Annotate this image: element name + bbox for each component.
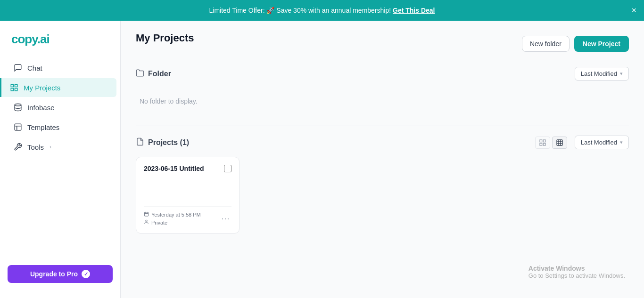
- project-name: 2023-06-15 Untitled: [144, 165, 204, 172]
- app-layout: copy.ai Chat My Projects Infobase Templa: [0, 21, 644, 298]
- folder-icon: [136, 69, 144, 79]
- upgrade-check-icon: ✓: [82, 270, 90, 278]
- header-actions: New folder New Project: [522, 36, 629, 52]
- svg-rect-2: [15, 89, 17, 91]
- folder-sort-dropdown[interactable]: Last Modified ▾: [575, 67, 629, 81]
- project-card-footer: Yesterday at 5:58 PM Private ⋯: [144, 206, 231, 226]
- infobase-label: Infobase: [27, 104, 55, 112]
- section-divider: [136, 126, 629, 126]
- upgrade-to-pro-button[interactable]: Upgrade to Pro ✓: [8, 265, 113, 283]
- project-card[interactable]: 2023-06-15 Untitled Yesterday at 5:58 PM: [136, 157, 239, 234]
- folder-empty-state: No folder to display.: [136, 86, 629, 116]
- tools-icon: [13, 142, 23, 152]
- templates-icon: [13, 122, 23, 132]
- banner-close-button[interactable]: ×: [631, 6, 636, 15]
- project-checkbox[interactable]: [224, 165, 231, 172]
- projects-sort-chevron-icon: ▾: [620, 139, 623, 145]
- logo: copy.ai: [0, 28, 120, 58]
- projects-controls: Last Modified ▾: [535, 136, 629, 149]
- project-more-button[interactable]: ⋯: [219, 212, 231, 225]
- projects-section-header: Projects (1) Last Modified ▾: [136, 136, 629, 149]
- tools-chevron-icon: ›: [50, 144, 51, 150]
- templates-label: Templates: [27, 123, 59, 131]
- folder-sort-label: Last Modified: [581, 70, 617, 77]
- project-visibility: Private: [144, 219, 201, 226]
- project-meta: Yesterday at 5:58 PM Private: [144, 211, 201, 226]
- sidebar-item-infobase[interactable]: Infobase: [4, 98, 116, 117]
- project-card-header: 2023-06-15 Untitled: [144, 165, 231, 172]
- folder-section-header: Folder Last Modified ▾: [136, 67, 629, 81]
- project-modified: Yesterday at 5:58 PM: [144, 211, 201, 217]
- banner-text: Limited Time Offer: 🚀 Save 30% with an a…: [209, 7, 391, 14]
- project-card-body: [144, 178, 231, 201]
- svg-rect-17: [144, 212, 148, 216]
- user-icon: [144, 219, 149, 226]
- my-projects-label: My Projects: [24, 84, 60, 92]
- folder-empty-text: No folder to display.: [140, 97, 198, 105]
- projects-icon: [136, 137, 144, 148]
- banner-cta[interactable]: Get This Deal: [393, 7, 435, 14]
- promo-banner: Limited Time Offer: 🚀 Save 30% with an a…: [0, 0, 644, 21]
- sidebar-bottom: Upgrade to Pro ✓: [0, 258, 120, 290]
- view-toggle: [535, 137, 567, 149]
- grid-view-button[interactable]: [552, 137, 567, 149]
- page-title: My Projects: [136, 32, 194, 44]
- svg-point-21: [146, 220, 148, 222]
- page-header: My Projects New folder New Project: [136, 32, 629, 56]
- svg-rect-12: [557, 140, 562, 145]
- svg-rect-10: [540, 143, 542, 145]
- upgrade-label: Upgrade to Pro: [30, 270, 78, 278]
- projects-section-title: Projects (1): [136, 137, 189, 148]
- folder-section-title: Folder: [136, 69, 171, 79]
- chat-label: Chat: [27, 64, 42, 72]
- svg-rect-11: [543, 143, 545, 145]
- svg-rect-1: [15, 84, 17, 87]
- svg-rect-3: [11, 89, 13, 91]
- my-projects-icon: [9, 83, 19, 92]
- svg-rect-0: [11, 84, 13, 87]
- logo-part1: copy: [11, 32, 37, 46]
- new-project-button[interactable]: New Project: [574, 36, 629, 52]
- main-content: My Projects New folder New Project Folde…: [121, 21, 644, 298]
- projects-sort-label: Last Modified: [581, 139, 617, 146]
- calendar-icon: [144, 211, 149, 217]
- project-visibility-text: Private: [151, 220, 167, 226]
- svg-point-4: [15, 104, 21, 106]
- project-modified-text: Yesterday at 5:58 PM: [151, 212, 201, 217]
- projects-grid: 2023-06-15 Untitled Yesterday at 5:58 PM: [136, 157, 629, 234]
- sidebar-item-templates[interactable]: Templates: [4, 118, 116, 137]
- new-folder-button[interactable]: New folder: [522, 36, 570, 52]
- projects-sort-dropdown[interactable]: Last Modified ▾: [575, 136, 629, 149]
- chat-icon: [13, 63, 23, 72]
- folder-title: Folder: [148, 70, 171, 78]
- svg-rect-5: [15, 124, 21, 130]
- folder-sort-chevron-icon: ▾: [620, 71, 623, 77]
- svg-rect-9: [543, 140, 545, 142]
- tools-label: Tools: [27, 143, 44, 151]
- infobase-icon: [13, 103, 23, 112]
- sidebar-item-chat[interactable]: Chat: [4, 58, 116, 77]
- projects-title: Projects (1): [148, 138, 189, 147]
- svg-rect-8: [540, 140, 542, 142]
- sidebar-item-tools[interactable]: Tools ›: [4, 137, 116, 156]
- sidebar-item-my-projects[interactable]: My Projects: [0, 78, 116, 97]
- list-view-button[interactable]: [535, 137, 550, 149]
- logo-part2: .ai: [37, 32, 50, 46]
- sidebar: copy.ai Chat My Projects Infobase Templa: [0, 21, 121, 298]
